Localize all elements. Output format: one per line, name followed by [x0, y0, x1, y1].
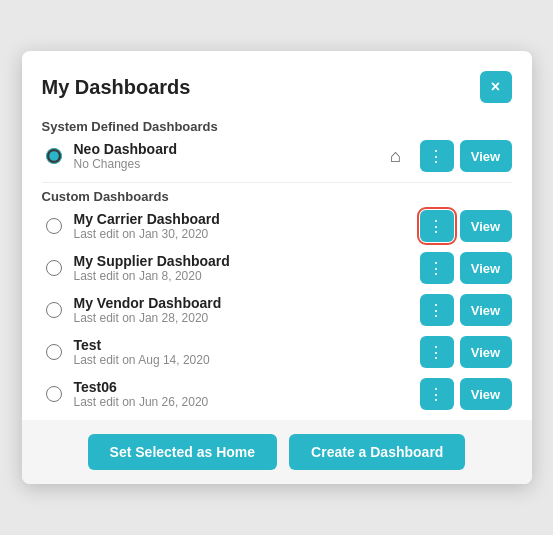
- system-section: System Defined Dashboards Neo Dashboard …: [42, 119, 512, 172]
- test-dashboard-actions: ⋮ View: [420, 336, 512, 368]
- table-row: Test Last edit on Aug 14, 2020 ⋮ View: [42, 336, 512, 368]
- vendor-kebab-button[interactable]: ⋮: [420, 294, 454, 326]
- test-dashboard-name: Test: [74, 337, 380, 353]
- modal-footer: Set Selected as Home Create a Dashboard: [22, 420, 532, 484]
- test06-view-button[interactable]: View: [460, 378, 512, 410]
- supplier-dashboard-radio[interactable]: [46, 260, 62, 276]
- supplier-dashboard-name: My Supplier Dashboard: [74, 253, 380, 269]
- custom-section-label: Custom Dashboards: [42, 189, 512, 204]
- custom-section: Custom Dashboards My Carrier Dashboard L…: [42, 189, 512, 410]
- carrier-dashboard-name: My Carrier Dashboard: [74, 211, 380, 227]
- section-divider: [42, 182, 512, 183]
- carrier-kebab-button[interactable]: ⋮: [420, 210, 454, 242]
- my-dashboards-modal: My Dashboards × System Defined Dashboard…: [22, 51, 532, 484]
- vendor-dashboard-sub: Last edit on Jan 28, 2020: [74, 311, 380, 325]
- table-row: Test06 Last edit on Jun 26, 2020 ⋮ View: [42, 378, 512, 410]
- test06-dashboard-name: Test06: [74, 379, 380, 395]
- radio-col: [42, 218, 66, 234]
- radio-col: [42, 148, 66, 164]
- neo-dashboard-name: Neo Dashboard: [74, 141, 376, 157]
- vendor-dashboard-actions: ⋮ View: [420, 294, 512, 326]
- supplier-dashboard-actions: ⋮ View: [420, 252, 512, 284]
- table-row: My Vendor Dashboard Last edit on Jan 28,…: [42, 294, 512, 326]
- neo-view-button[interactable]: View: [460, 140, 512, 172]
- vendor-dashboard-name: My Vendor Dashboard: [74, 295, 380, 311]
- table-row: My Supplier Dashboard Last edit on Jan 8…: [42, 252, 512, 284]
- radio-col: [42, 344, 66, 360]
- carrier-view-button[interactable]: View: [460, 210, 512, 242]
- radio-col: [42, 386, 66, 402]
- test06-dashboard-sub: Last edit on Jun 26, 2020: [74, 395, 380, 409]
- test-kebab-button[interactable]: ⋮: [420, 336, 454, 368]
- neo-dashboard-sub: No Changes: [74, 157, 376, 171]
- supplier-dashboard-sub: Last edit on Jan 8, 2020: [74, 269, 380, 283]
- vendor-view-button[interactable]: View: [460, 294, 512, 326]
- test-dashboard-info: Test Last edit on Aug 14, 2020: [74, 337, 380, 367]
- carrier-dashboard-radio[interactable]: [46, 218, 62, 234]
- vendor-dashboard-radio[interactable]: [46, 302, 62, 318]
- modal-title: My Dashboards: [42, 76, 191, 99]
- radio-col: [42, 302, 66, 318]
- table-row: Neo Dashboard No Changes ⌂ ⋮ View: [42, 140, 512, 172]
- test06-dashboard-info: Test06 Last edit on Jun 26, 2020: [74, 379, 380, 409]
- carrier-dashboard-actions: ⋮ View: [420, 210, 512, 242]
- neo-dashboard-info: Neo Dashboard No Changes: [74, 141, 376, 171]
- carrier-dashboard-sub: Last edit on Jan 30, 2020: [74, 227, 380, 241]
- carrier-dashboard-info: My Carrier Dashboard Last edit on Jan 30…: [74, 211, 380, 241]
- test-view-button[interactable]: View: [460, 336, 512, 368]
- modal-header: My Dashboards ×: [42, 71, 512, 103]
- create-dashboard-button[interactable]: Create a Dashboard: [289, 434, 465, 470]
- home-icon: ⌂: [384, 146, 408, 167]
- neo-kebab-button[interactable]: ⋮: [420, 140, 454, 172]
- test06-dashboard-radio[interactable]: [46, 386, 62, 402]
- supplier-dashboard-info: My Supplier Dashboard Last edit on Jan 8…: [74, 253, 380, 283]
- test-dashboard-radio[interactable]: [46, 344, 62, 360]
- table-row: My Carrier Dashboard Last edit on Jan 30…: [42, 210, 512, 242]
- system-section-label: System Defined Dashboards: [42, 119, 512, 134]
- set-home-button[interactable]: Set Selected as Home: [88, 434, 278, 470]
- test06-dashboard-actions: ⋮ View: [420, 378, 512, 410]
- test-dashboard-sub: Last edit on Aug 14, 2020: [74, 353, 380, 367]
- supplier-view-button[interactable]: View: [460, 252, 512, 284]
- neo-dashboard-radio[interactable]: [46, 148, 62, 164]
- vendor-dashboard-info: My Vendor Dashboard Last edit on Jan 28,…: [74, 295, 380, 325]
- supplier-kebab-button[interactable]: ⋮: [420, 252, 454, 284]
- test06-kebab-button[interactable]: ⋮: [420, 378, 454, 410]
- neo-dashboard-actions: ⋮ View: [420, 140, 512, 172]
- close-button[interactable]: ×: [480, 71, 512, 103]
- radio-col: [42, 260, 66, 276]
